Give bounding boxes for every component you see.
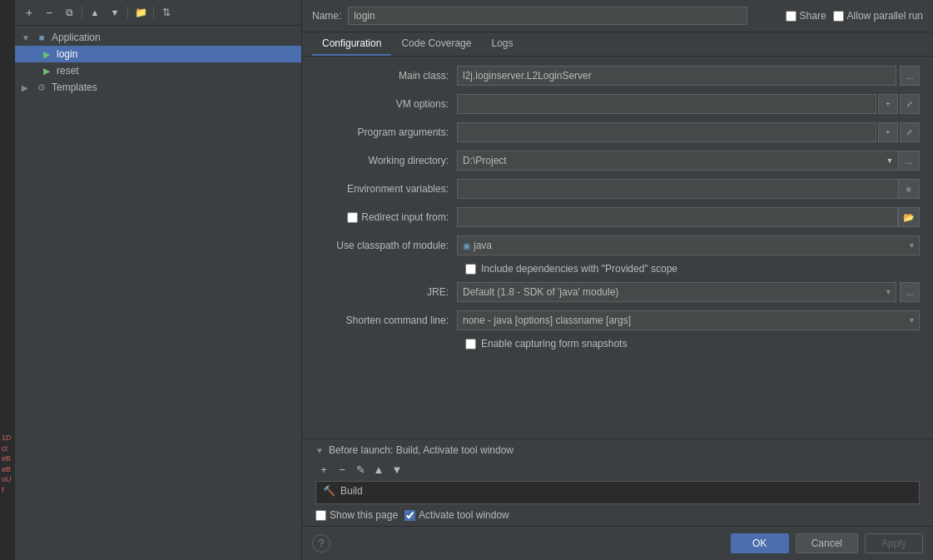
redirect-browse-button[interactable]: 📂: [898, 207, 920, 227]
shorten-cmd-arrow: ▼: [908, 316, 916, 325]
help-button[interactable]: ?: [312, 534, 330, 553]
vm-options-fullscreen-button[interactable]: ⤢: [900, 94, 920, 114]
cancel-button[interactable]: Cancel: [796, 533, 858, 553]
before-launch-list: 🔨 Build: [315, 481, 920, 504]
program-args-expand-button[interactable]: +: [878, 122, 898, 142]
name-input[interactable]: [348, 7, 747, 25]
share-label[interactable]: Share: [786, 10, 826, 22]
bl-movedown-button[interactable]: ▼: [389, 461, 405, 478]
tree-item-templates[interactable]: ▶ ⚙ Templates: [15, 79, 301, 96]
left-panel: + − ⧉ ▲ ▼: [15, 0, 302, 560]
allow-parallel-label[interactable]: Allow parallel run: [833, 10, 923, 22]
jre-arrow: ▼: [885, 288, 892, 296]
shorten-cmd-label: Shorten command line:: [315, 315, 457, 326]
templates-label: Templates: [52, 82, 295, 93]
main-class-input[interactable]: [457, 66, 896, 86]
include-deps-label: Include dependencies with "Provided" sco…: [481, 263, 677, 275]
before-launch-section: ▼ Before launch: Build, Activate tool wi…: [302, 439, 933, 526]
shorten-cmd-select[interactable]: none - java [options] classname [args] ▼: [457, 310, 920, 330]
name-row: Name: Share Allow parallel run: [302, 0, 933, 32]
jre-settings-button[interactable]: ...: [900, 282, 920, 302]
include-deps-checkbox[interactable]: [465, 264, 476, 275]
apply-button[interactable]: Apply: [865, 533, 923, 553]
collapse-arrow-icon: ▼: [315, 446, 324, 455]
bl-build-item[interactable]: 🔨 Build: [316, 482, 919, 500]
bottom-bar: ? OK Cancel Apply: [302, 526, 933, 560]
program-args-input[interactable]: [457, 122, 876, 142]
program-args-label: Program arguments:: [315, 126, 457, 138]
working-dir-browse-button[interactable]: ...: [898, 151, 920, 171]
name-right-options: Share Allow parallel run: [786, 10, 923, 22]
activate-tool-label[interactable]: Activate tool window: [404, 509, 509, 521]
redirect-field: 📂: [457, 207, 920, 227]
config-tabs: Configuration Code Coverage Logs: [302, 32, 933, 57]
working-dir-label: Working directory:: [315, 155, 457, 166]
enable-snapshots-label: Enable capturing form snapshots: [481, 338, 627, 349]
minus-icon: −: [46, 6, 52, 19]
vm-options-expand-button[interactable]: +: [878, 94, 898, 114]
bl-remove-button[interactable]: −: [334, 461, 350, 478]
classpath-module-field: ▣ java ▼: [457, 235, 920, 255]
env-vars-input[interactable]: [457, 179, 898, 199]
main-class-row: Main class: ...: [315, 65, 920, 87]
redirect-wrap: 📂: [457, 207, 920, 227]
tab-logs[interactable]: Logs: [481, 32, 523, 56]
ok-button[interactable]: OK: [731, 533, 789, 553]
redirect-input[interactable]: [457, 207, 898, 227]
working-dir-input[interactable]: [457, 151, 881, 171]
copy-icon: ⧉: [66, 7, 73, 18]
classpath-module-select[interactable]: ▣ java ▼: [457, 235, 920, 255]
activate-tool-checkbox[interactable]: [404, 510, 415, 521]
bl-moveup-button[interactable]: ▲: [370, 461, 387, 478]
reset-label: reset: [57, 65, 295, 77]
env-vars-field: ≡: [457, 179, 920, 199]
main-class-browse-button[interactable]: ...: [900, 66, 920, 86]
tree-item-reset[interactable]: ▶ reset: [15, 62, 301, 79]
jre-row: JRE: Default (1.8 - SDK of 'java' module…: [315, 281, 920, 303]
remove-config-button[interactable]: −: [40, 3, 58, 22]
sort-button[interactable]: ⇅: [157, 3, 176, 22]
classpath-module-arrow: ▼: [908, 241, 916, 250]
sort-icon: ⇅: [162, 7, 171, 18]
shorten-cmd-value: none - java [options] classname [args]: [463, 315, 631, 326]
program-args-fullscreen-button[interactable]: ⤢: [900, 122, 920, 142]
templates-icon: ⚙: [35, 81, 48, 94]
show-page-label[interactable]: Show this page: [315, 509, 398, 521]
module-icon: ▣: [463, 241, 470, 250]
before-launch-label: Before launch: Build, Activate tool wind…: [329, 444, 514, 456]
login-label: login: [57, 48, 295, 60]
working-dir-field: ▼ ...: [457, 151, 920, 171]
folder-button[interactable]: 📁: [132, 3, 150, 22]
add-config-button[interactable]: +: [20, 3, 38, 22]
activate-tool-text: Activate tool window: [419, 509, 509, 521]
show-page-checkbox[interactable]: [315, 510, 326, 521]
move-up-button[interactable]: ▲: [86, 3, 104, 22]
config-tree: ▼ ■ Application ▶ login ▶ reset: [15, 26, 301, 560]
env-vars-edit-button[interactable]: ≡: [898, 179, 920, 199]
toolbar-separator-2: [127, 6, 128, 19]
build-icon: 🔨: [323, 485, 335, 497]
redirect-checkbox[interactable]: [347, 212, 358, 223]
jre-select-wrap: Default (1.8 - SDK of 'java' module) ▼ .…: [457, 282, 920, 302]
allow-parallel-checkbox[interactable]: [833, 11, 844, 22]
share-checkbox[interactable]: [786, 11, 797, 22]
bl-edit-button[interactable]: ✎: [352, 461, 369, 478]
working-dir-dropdown-button[interactable]: ▼: [881, 151, 898, 171]
tree-item-login[interactable]: ▶ login: [15, 46, 301, 62]
tab-configuration[interactable]: Configuration: [312, 32, 391, 56]
classpath-module-label: Use classpath of module:: [315, 240, 457, 251]
tab-code-coverage[interactable]: Code Coverage: [391, 32, 481, 56]
bl-build-label: Build: [340, 485, 363, 497]
vm-options-input[interactable]: [457, 94, 876, 114]
jre-value: Default (1.8 - SDK of 'java' module): [463, 286, 618, 298]
before-launch-header[interactable]: ▼ Before launch: Build, Activate tool wi…: [315, 444, 920, 456]
main-class-label: Main class:: [315, 70, 457, 82]
move-down-button[interactable]: ▼: [106, 3, 124, 22]
bl-add-button[interactable]: +: [315, 461, 332, 478]
tree-item-application[interactable]: ▼ ■ Application: [15, 29, 301, 46]
chevron-up-icon: ▲: [91, 7, 100, 17]
copy-config-button[interactable]: ⧉: [60, 3, 78, 22]
enable-snapshots-row: Enable capturing form snapshots: [315, 338, 920, 349]
enable-snapshots-checkbox[interactable]: [465, 339, 476, 349]
jre-select[interactable]: Default (1.8 - SDK of 'java' module) ▼: [457, 282, 896, 302]
